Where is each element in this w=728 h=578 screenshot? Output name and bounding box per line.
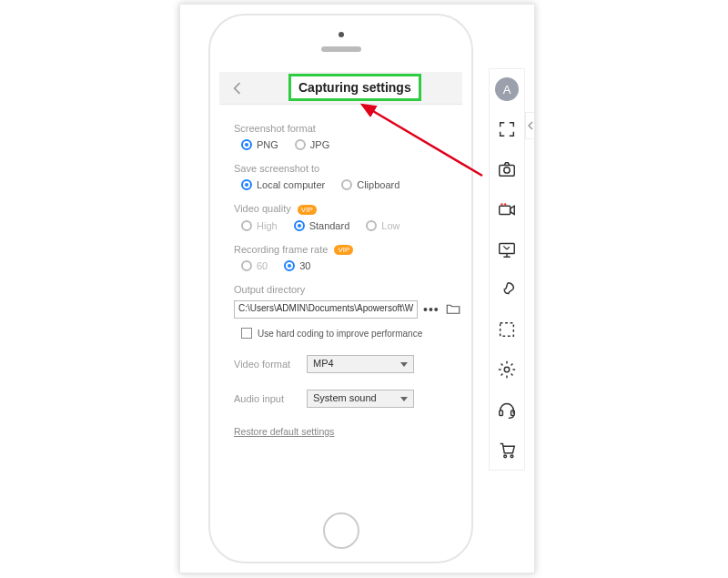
cart-icon[interactable] [490, 430, 524, 470]
screenshot-format-label: Screenshot format [234, 123, 448, 134]
video-format-select[interactable]: MP4 [307, 355, 414, 373]
back-icon[interactable] [228, 79, 247, 97]
svg-rect-2 [500, 206, 511, 214]
svg-rect-9 [511, 411, 515, 416]
phone-camera-dot [339, 32, 344, 37]
radio-low-label: Low [381, 220, 399, 231]
radio-30-label: 30 [299, 260, 310, 271]
svg-point-1 [504, 167, 510, 173]
open-folder-icon[interactable] [445, 300, 461, 319]
radio-60-label: 60 [257, 260, 268, 271]
video-format-label: Video format [234, 359, 307, 370]
monitor-icon[interactable] [490, 229, 524, 269]
svg-point-7 [504, 367, 510, 372]
radio-local-label: Local computer [257, 179, 325, 190]
phone-frame: Capturing settings Screenshot format PNG… [208, 14, 473, 563]
avatar[interactable]: A [490, 69, 524, 109]
frame-rate-label: Recording frame rate VIP [234, 244, 448, 256]
settings-panel: Screenshot format PNG JPG Save screensho… [219, 105, 462, 437]
phone-home-button[interactable] [323, 512, 359, 549]
collapse-tab-icon[interactable] [525, 112, 534, 139]
vip-badge-fps: VIP [334, 245, 353, 255]
radio-standard[interactable]: Standard [294, 220, 350, 231]
radio-clipboard[interactable]: Clipboard [341, 179, 399, 190]
radio-standard-label: Standard [309, 220, 350, 231]
tool-sidebar: A [489, 68, 525, 471]
brush-icon[interactable] [490, 269, 524, 309]
svg-rect-8 [500, 411, 503, 416]
svg-point-4 [504, 203, 506, 205]
record-icon[interactable] [490, 189, 524, 229]
output-dir-field[interactable]: C:\Users\ADMIN\Documents\Apowersoft\W [234, 300, 418, 319]
app-window: Capturing settings Screenshot format PNG… [179, 4, 535, 573]
avatar-letter: A [495, 77, 519, 101]
video-quality-text: Video quality [234, 203, 291, 214]
video-quality-label: Video quality VIP [234, 203, 448, 215]
settings-header: Capturing settings [219, 72, 462, 105]
restore-defaults-link[interactable]: Restore default settings [234, 426, 334, 437]
radio-clipboard-label: Clipboard [357, 179, 399, 190]
radio-local[interactable]: Local computer [241, 179, 325, 190]
audio-input-select[interactable]: System sound [307, 390, 414, 408]
radio-png-label: PNG [257, 139, 278, 150]
selection-icon[interactable] [490, 309, 524, 350]
radio-jpg-label: JPG [310, 139, 329, 150]
svg-rect-5 [500, 244, 515, 254]
save-to-label: Save screenshot to [234, 163, 448, 174]
hardcoding-label: Use hard coding to improve performance [258, 329, 422, 339]
output-dir-label: Output directory [234, 284, 448, 295]
phone-speaker [321, 46, 361, 52]
vip-badge-quality: VIP [298, 205, 317, 215]
camera-icon[interactable] [490, 149, 524, 189]
page-title: Capturing settings [288, 74, 421, 101]
radio-high[interactable]: High [241, 220, 278, 231]
radio-60[interactable]: 60 [241, 260, 268, 271]
radio-high-label: High [257, 220, 278, 231]
radio-low[interactable]: Low [366, 220, 399, 231]
radio-30[interactable]: 30 [284, 260, 310, 271]
radio-jpg[interactable]: JPG [295, 139, 329, 150]
audio-input-label: Audio input [234, 393, 307, 404]
gear-icon[interactable] [490, 350, 524, 390]
headset-icon[interactable] [490, 390, 524, 430]
svg-point-3 [500, 203, 502, 205]
svg-rect-6 [500, 323, 514, 337]
svg-point-10 [504, 455, 507, 458]
fullscreen-icon[interactable] [490, 109, 524, 149]
phone-screen: Capturing settings Screenshot format PNG… [219, 72, 462, 496]
radio-png[interactable]: PNG [241, 139, 278, 150]
frame-rate-text: Recording frame rate [234, 244, 328, 255]
svg-point-11 [511, 455, 513, 458]
hardcoding-checkbox[interactable] [241, 328, 252, 339]
browse-button[interactable]: ••• [423, 302, 440, 317]
